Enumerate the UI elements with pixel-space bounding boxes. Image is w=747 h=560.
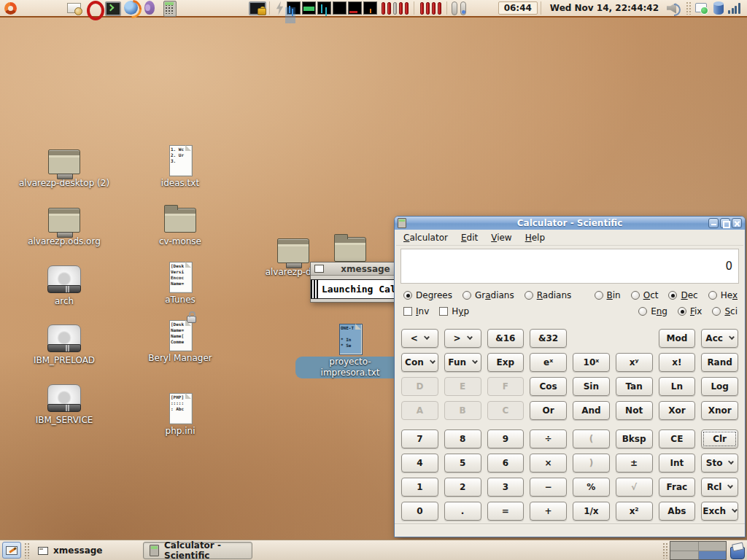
calc-button[interactable]: −: [530, 478, 567, 497]
calc-button[interactable]: Mod: [659, 329, 696, 348]
check-inv[interactable]: Inv: [403, 306, 429, 316]
calc-button[interactable]: &16: [487, 329, 525, 348]
lock-screen-icon[interactable]: [249, 1, 266, 15]
sysmon-swap-icon[interactable]: [363, 1, 377, 15]
distro-logo-icon[interactable]: [4, 2, 17, 15]
desktop-icon-beryl-manager[interactable]: [Desk Name= Name[ Comme Beryl Manager: [125, 319, 235, 364]
calc-button[interactable]: ±: [616, 454, 653, 472]
calc-button[interactable]: .: [444, 502, 481, 521]
cpufreq-bar-icon[interactable]: [432, 2, 436, 15]
calc-button[interactable]: ): [573, 454, 610, 472]
sysmon-load-icon[interactable]: [333, 1, 347, 15]
calc-button[interactable]: 10ˣ: [573, 353, 610, 372]
desktop-icon-ibm-preload[interactable]: IBM_PRELOAD: [9, 322, 119, 366]
desktop-icon-ibm-service[interactable]: IBM_SERVICE: [9, 381, 119, 426]
calc-button[interactable]: Cos: [530, 377, 567, 396]
calc-button[interactable]: Rcl: [701, 478, 738, 497]
power-lightning-icon[interactable]: [275, 1, 285, 15]
sysmon-net-icon[interactable]: [287, 1, 301, 15]
workspace-lwapp[interactable]: [670, 551, 698, 560]
cpufreq-bar-icon[interactable]: [405, 2, 409, 15]
storage-icon[interactable]: [713, 2, 724, 15]
show-desktop-button[interactable]: [2, 542, 21, 559]
calc-button[interactable]: Exch: [701, 502, 738, 521]
calc-button[interactable]: Frac: [659, 478, 696, 497]
cpufreq-bar-icon[interactable]: [420, 2, 424, 15]
radio-fix[interactable]: Fix: [678, 306, 702, 316]
calc-button[interactable]: Exp: [487, 353, 525, 372]
calc-button[interactable]: And: [573, 401, 610, 420]
desktop-icon-cv-monse[interactable]: cv-monse: [125, 203, 235, 247]
terminal-icon[interactable]: [104, 0, 120, 16]
calc-button[interactable]: Abs: [659, 502, 696, 521]
calc-button[interactable]: 8: [444, 429, 481, 448]
calc-menu-view[interactable]: View: [485, 231, 517, 244]
calc-button[interactable]: 9: [487, 429, 525, 448]
check-hyp[interactable]: Hyp: [439, 306, 469, 316]
grip-icon[interactable]: [311, 280, 320, 298]
calc-button[interactable]: 1: [401, 478, 438, 497]
cpufreq-bar-icon[interactable]: [393, 2, 397, 15]
calc-button[interactable]: 2: [444, 478, 481, 497]
workspace-2[interactable]: [699, 542, 727, 551]
applet-handle[interactable]: [662, 542, 668, 559]
calc-button[interactable]: Rand: [701, 353, 738, 372]
calc-button[interactable]: C: [487, 401, 525, 420]
sysmon-disk-icon[interactable]: [348, 1, 362, 15]
radio-sci[interactable]: Sci: [712, 306, 738, 316]
volume-icon[interactable]: [666, 1, 682, 15]
calc-button[interactable]: E: [444, 377, 481, 396]
calc-button[interactable]: Xnor: [701, 401, 738, 420]
network-signal-icon[interactable]: [728, 2, 741, 14]
calc-button[interactable]: Not: [616, 401, 653, 420]
radio-gradians[interactable]: Gradians: [462, 290, 514, 300]
calc-button[interactable]: F: [487, 377, 525, 396]
calc-button[interactable]: Xor: [659, 401, 696, 420]
trash-icon[interactable]: [729, 542, 745, 559]
sysmon-cpu-icon[interactable]: [317, 1, 331, 15]
brightness-slider-icon[interactable]: [452, 1, 457, 15]
calc-button[interactable]: Ln: [659, 377, 696, 396]
maximize-button[interactable]: [720, 218, 730, 228]
calc-button[interactable]: =: [487, 502, 525, 521]
calc-menu-calculator[interactable]: Calculator: [398, 231, 454, 244]
calc-button[interactable]: 1/x: [573, 502, 610, 521]
calc-button[interactable]: Log: [701, 377, 738, 396]
desktop-icon-atunes[interactable]: [Desk Versi Encoc Name= aTunes: [125, 261, 235, 306]
desktop-icon-alvarezp-desktop-2[interactable]: alvarezp-desktop (2): [9, 144, 119, 189]
calc-button[interactable]: Int: [659, 454, 696, 472]
task-calculator[interactable]: Calculator - Scientific: [143, 542, 252, 559]
cpufreq-bar-icon[interactable]: [399, 2, 403, 15]
calc-button[interactable]: &32: [530, 329, 567, 348]
calc-menu-help[interactable]: Help: [519, 231, 551, 244]
desktop-icon-php-ini[interactable]: [PHP] ::::: : Abc php.ini: [125, 392, 235, 437]
cpufreq-bar-icon[interactable]: [382, 2, 385, 15]
radio-hex[interactable]: Hex: [708, 290, 738, 300]
radio-oct[interactable]: Oct: [631, 290, 659, 300]
calc-button[interactable]: Tan: [616, 377, 653, 396]
desktop-icon-proyecto-impresora[interactable]: ONE-T * In * Se proyecto-impresora.txt: [295, 323, 405, 378]
calc-button[interactable]: Sin: [573, 377, 610, 396]
calc-button[interactable]: 4: [401, 454, 438, 472]
applet-handle[interactable]: [24, 542, 30, 559]
calc-button[interactable]: ÷: [530, 429, 567, 448]
volume-slider-icon[interactable]: [460, 1, 466, 15]
calc-button[interactable]: (: [573, 429, 610, 448]
calc-button[interactable]: 7: [401, 429, 438, 448]
calc-button[interactable]: xʸ: [616, 353, 653, 372]
cpufreq-bar-icon[interactable]: [426, 2, 430, 15]
calc-button[interactable]: √: [616, 478, 653, 497]
calc-button[interactable]: 0: [401, 502, 438, 521]
secondary-clock[interactable]: 06:44: [498, 1, 538, 15]
workspace-default[interactable]: [670, 542, 698, 551]
calc-button[interactable]: Sto: [701, 454, 738, 472]
pidgin-icon[interactable]: [142, 0, 158, 16]
calculator-launcher-icon[interactable]: [161, 0, 177, 16]
desktop-icon-ideas-txt[interactable]: 1. Wc 2. Ur 3. ideas.txt: [125, 144, 235, 189]
radio-eng[interactable]: Eng: [638, 306, 667, 316]
workspace-4[interactable]: [699, 551, 727, 560]
calc-button[interactable]: Bksp: [616, 429, 653, 448]
cpufreq-bar-icon[interactable]: [438, 2, 441, 15]
sysmon-mem-icon[interactable]: [302, 1, 316, 15]
minimize-button[interactable]: [708, 218, 719, 228]
